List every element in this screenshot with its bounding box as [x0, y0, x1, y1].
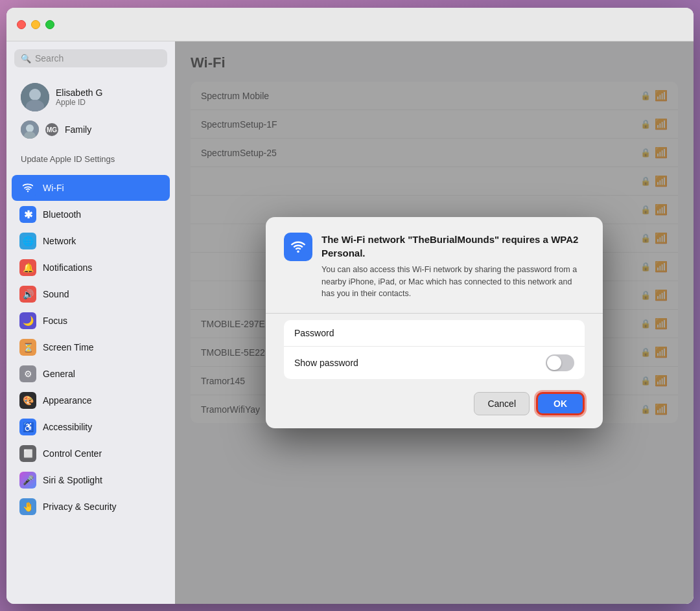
- modal-wifi-icon: [284, 233, 312, 261]
- wifi-icon: [19, 179, 36, 196]
- sidebar-item-general[interactable]: ⚙ General: [12, 361, 170, 387]
- modal-description: You can also access this Wi-Fi network b…: [321, 264, 585, 300]
- modal-overlay: The Wi-Fi network "TheBurialMounds" requ…: [175, 41, 694, 604]
- family-label: Family: [65, 124, 91, 135]
- sidebar-label-screentime: Screen Time: [43, 342, 94, 352]
- sidebar-item-screentime[interactable]: ⏳ Screen Time: [12, 334, 170, 360]
- sidebar-label-wifi: Wi-Fi: [43, 183, 64, 193]
- ok-button[interactable]: OK: [536, 392, 585, 415]
- network-icon: 🌐: [19, 233, 36, 249]
- sound-icon: 🔊: [19, 286, 36, 303]
- sidebar-item-siri[interactable]: 🎤 Siri & Spotlight: [12, 467, 170, 493]
- modal-title: The Wi-Fi network "TheBurialMounds" requ…: [321, 233, 585, 260]
- controlcenter-icon: ⬜: [19, 445, 36, 462]
- modal-text-content: The Wi-Fi network "TheBurialMounds" requ…: [321, 233, 585, 300]
- wifi-password-modal: The Wi-Fi network "TheBurialMounds" requ…: [266, 217, 603, 428]
- sidebar-item-network[interactable]: 🌐 Network: [12, 228, 170, 254]
- svg-point-1: [29, 89, 41, 100]
- sidebar-label-notifications: Notifications: [43, 262, 92, 273]
- screentime-icon: ⏳: [19, 339, 36, 356]
- show-password-label: Show password: [294, 358, 358, 368]
- profile-sub: Apple ID: [56, 98, 102, 107]
- close-button[interactable]: [17, 20, 26, 29]
- cancel-button[interactable]: Cancel: [474, 392, 530, 415]
- titlebar: [6, 8, 694, 41]
- modal-header: The Wi-Fi network "TheBurialMounds" requ…: [284, 233, 585, 300]
- focus-icon: 🌙: [19, 312, 36, 329]
- search-bar[interactable]: 🔍 Search: [14, 49, 167, 67]
- password-field-row: Password: [284, 320, 585, 347]
- family-row[interactable]: MG Family: [14, 117, 167, 143]
- sidebar-item-appearance[interactable]: 🎨 Appearance: [12, 387, 170, 413]
- profile-row[interactable]: Elisabeth G Apple ID: [14, 78, 167, 117]
- sidebar-item-controlcenter[interactable]: ⬜ Control Center: [12, 441, 170, 467]
- sidebar: 🔍 Search Elisabeth G Apple ID: [6, 41, 175, 604]
- bluetooth-icon: ✱: [19, 206, 36, 223]
- avatar: [21, 83, 49, 111]
- search-placeholder: Search: [35, 53, 64, 63]
- sidebar-label-privacy: Privacy & Security: [43, 501, 117, 512]
- password-field-label: Password: [294, 328, 334, 338]
- traffic-lights: [17, 20, 54, 29]
- update-appleid[interactable]: Update Apple ID Settings: [14, 150, 167, 168]
- main-layout: 🔍 Search Elisabeth G Apple ID: [6, 41, 694, 604]
- password-input[interactable]: [344, 328, 574, 338]
- toggle-knob: [547, 356, 561, 370]
- sidebar-label-controlcenter: Control Center: [43, 448, 102, 459]
- profile-section: Elisabeth G Apple ID MG Family: [6, 73, 175, 148]
- sidebar-item-focus[interactable]: 🌙 Focus: [12, 308, 170, 334]
- appearance-icon: 🎨: [19, 392, 36, 409]
- sidebar-label-appearance: Appearance: [43, 395, 92, 406]
- sidebar-nav: Wi-Fi ✱ Bluetooth 🌐 Network 🔔 Notificati…: [6, 173, 175, 522]
- siri-icon: 🎤: [19, 472, 36, 489]
- sidebar-label-accessibility: Accessibility: [43, 422, 92, 432]
- profile-name: Elisabeth G: [56, 87, 102, 98]
- general-icon: ⚙: [19, 365, 36, 382]
- avatar-image: [21, 83, 49, 111]
- sidebar-item-privacy[interactable]: 🤚 Privacy & Security: [12, 494, 170, 520]
- privacy-icon: 🤚: [19, 498, 36, 515]
- family-avatar-image: [21, 121, 39, 139]
- sidebar-label-bluetooth: Bluetooth: [43, 209, 81, 220]
- sidebar-item-notifications[interactable]: 🔔 Notifications: [12, 255, 170, 281]
- content-pane: Wi-Fi Spectrum Mobile 🔒 📶 SpectrumSetup-…: [175, 41, 694, 604]
- main-window: 🔍 Search Elisabeth G Apple ID: [6, 8, 694, 604]
- sidebar-label-general: General: [43, 369, 75, 379]
- family-badge: MG: [45, 123, 58, 136]
- modal-buttons: Cancel OK: [284, 392, 585, 415]
- accessibility-icon: ♿: [19, 419, 36, 435]
- maximize-button[interactable]: [45, 20, 54, 29]
- modal-fields: Password Show password: [284, 320, 585, 379]
- minimize-button[interactable]: [31, 20, 40, 29]
- sidebar-item-bluetooth[interactable]: ✱ Bluetooth: [12, 202, 170, 227]
- sidebar-label-focus: Focus: [43, 316, 67, 326]
- family-avatar: [21, 121, 39, 139]
- notifications-icon: 🔔: [19, 259, 36, 276]
- svg-point-4: [26, 124, 34, 132]
- modal-divider: [266, 313, 603, 314]
- sidebar-label-network: Network: [43, 236, 76, 246]
- sidebar-item-wifi[interactable]: Wi-Fi: [12, 175, 170, 201]
- sidebar-item-sound[interactable]: 🔊 Sound: [12, 281, 170, 307]
- sidebar-label-sound: Sound: [43, 289, 69, 299]
- search-icon: 🔍: [21, 54, 31, 63]
- profile-info: Elisabeth G Apple ID: [56, 87, 102, 107]
- show-password-row: Show password: [284, 347, 585, 379]
- sidebar-item-accessibility[interactable]: ♿ Accessibility: [12, 414, 170, 440]
- show-password-toggle[interactable]: [546, 354, 574, 371]
- sidebar-label-siri: Siri & Spotlight: [43, 475, 102, 485]
